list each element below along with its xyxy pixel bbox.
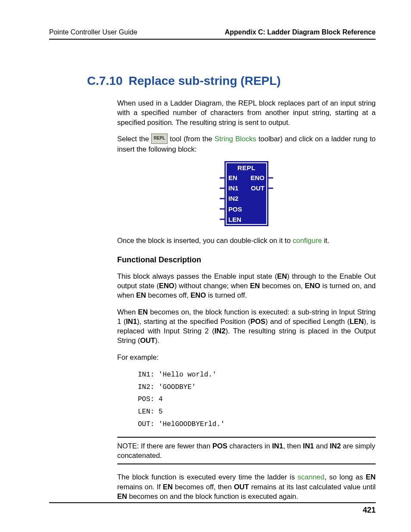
- text: ) and of specified Length (: [265, 317, 349, 325]
- scanned-link[interactable]: scanned: [298, 473, 324, 481]
- pin-stub-icon: [220, 186, 225, 191]
- scan-paragraph: The block function is executed every tim…: [117, 472, 376, 501]
- pin-label: LEN: [228, 215, 241, 224]
- body-column: When used in a Ladder Diagram, the REPL …: [117, 98, 376, 501]
- section-number: C.7.10: [87, 74, 123, 88]
- for-example-label: For example:: [117, 352, 376, 362]
- text: , so long as: [324, 473, 366, 481]
- pin-label: EN: [228, 174, 237, 182]
- text: , then: [283, 442, 303, 450]
- page: Pointe Controller User Guide Appendix C:…: [0, 0, 411, 532]
- text: Once the block is inserted, you can doub…: [117, 236, 293, 244]
- text: ).: [155, 336, 159, 344]
- select-paragraph: Select the REPL tool (from the String Bl…: [117, 134, 376, 154]
- term: OUT: [234, 483, 249, 491]
- text: becomes on and the block function is exe…: [127, 492, 298, 500]
- text: remains on. If: [117, 483, 163, 491]
- header-left: Pointe Controller User Guide: [49, 28, 137, 36]
- pin-stub-icon: [220, 196, 225, 201]
- text: tool (from the: [170, 135, 215, 143]
- note-box: NOTE: If there are fewer than POS charac…: [117, 437, 376, 465]
- pin-label: IN1: [228, 184, 238, 193]
- text: characters in: [227, 442, 272, 450]
- text: becomes off, then: [173, 483, 234, 491]
- header-right: Appendix C: Ladder Diagram Block Referen…: [225, 28, 376, 36]
- string-blocks-link[interactable]: String Blocks: [215, 135, 256, 143]
- pin-stub-icon: [220, 217, 225, 222]
- term: IN1: [126, 317, 137, 325]
- term: LEN: [349, 317, 364, 325]
- text: and: [314, 442, 330, 450]
- example-code: IN1: 'Hello world.' IN2: 'GOODBYE' POS: …: [138, 369, 376, 431]
- term: POS: [250, 317, 265, 325]
- term: ENO: [159, 282, 174, 289]
- text: The block function is executed every tim…: [117, 473, 298, 481]
- text: When: [117, 308, 138, 316]
- term: IN2: [215, 327, 226, 335]
- running-header: Pointe Controller User Guide Appendix C:…: [49, 28, 376, 40]
- text: ) without change; when: [174, 282, 250, 289]
- repl-tool-icon: REPL: [151, 134, 168, 144]
- term: EN: [136, 291, 146, 299]
- func-paragraph-2: When EN becomes on, the block function i…: [117, 307, 376, 345]
- page-number: 421: [49, 502, 376, 515]
- pin-stub-icon: [268, 175, 273, 180]
- text: ), starting at the specified Position (: [137, 317, 250, 325]
- func-paragraph-1: This block always passes the Enable inpu…: [117, 271, 376, 300]
- functional-description-heading: Functional Description: [117, 255, 376, 265]
- text: becomes off,: [146, 291, 190, 299]
- pin-stub-icon: [220, 206, 225, 212]
- term: EN: [117, 492, 127, 500]
- text: is turned off.: [206, 291, 247, 299]
- section-title: Replace sub-string (REPL): [129, 74, 281, 88]
- term: EN: [250, 282, 260, 289]
- term: EN: [366, 473, 376, 481]
- term: ENO: [305, 282, 321, 289]
- pin-stub-icon: [220, 175, 225, 180]
- pin-label: POS: [228, 205, 242, 214]
- term: POS: [212, 442, 227, 450]
- term: IN1: [272, 442, 283, 450]
- repl-block: REPL EN ENO IN1 OUT IN2 POS: [224, 161, 268, 227]
- term: IN2: [330, 442, 341, 450]
- section-heading: C.7.10 Replace sub-string (REPL): [87, 74, 376, 88]
- repl-block-figure: REPL EN ENO IN1 OUT IN2 POS: [221, 161, 272, 227]
- term: EN: [277, 272, 287, 280]
- text: NOTE: If there are fewer than: [117, 442, 212, 450]
- text: remains at its last calculated value unt…: [249, 483, 376, 491]
- text: becomes on,: [260, 282, 305, 289]
- pin-label: ENO: [250, 174, 265, 182]
- term: ENO: [190, 291, 206, 299]
- pin-label: IN2: [228, 194, 238, 203]
- term: EN: [138, 308, 148, 316]
- configure-link[interactable]: configure: [293, 236, 322, 244]
- term: OUT: [140, 336, 155, 344]
- intro-paragraph: When used in a Ladder Diagram, the REPL …: [117, 98, 376, 127]
- text: Select the: [117, 135, 151, 143]
- text: This block always passes the Enable inpu…: [117, 272, 277, 280]
- block-title: REPL: [226, 162, 267, 173]
- pin-stub-icon: [268, 186, 273, 191]
- pin-label: OUT: [251, 184, 265, 193]
- after-block-paragraph: Once the block is inserted, you can doub…: [117, 236, 376, 245]
- text: it.: [322, 236, 329, 244]
- term: EN: [163, 483, 173, 491]
- term: IN1: [303, 442, 314, 450]
